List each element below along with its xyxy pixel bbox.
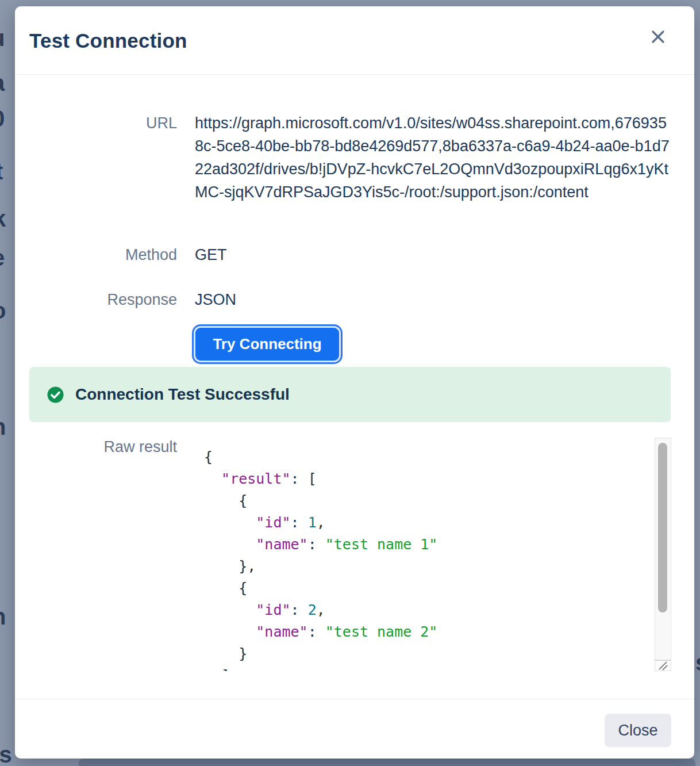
- json-code: { "result": [ { "id": 1, "name": "test n…: [195, 446, 653, 671]
- backdrop-text-fragment: u: [0, 26, 5, 49]
- modal-footer: Close: [15, 699, 694, 759]
- resize-handle-icon[interactable]: [655, 660, 671, 671]
- url-value: https://graph.microsoft.com/v1.0/sites/w…: [195, 112, 674, 204]
- modal-title: Test Connection: [29, 29, 187, 52]
- method-value: GET: [195, 243, 674, 266]
- backdrop-text-fragment: t: [0, 160, 3, 183]
- backdrop-text-fragment: o: [0, 299, 6, 322]
- backdrop-text-fragment: s: [695, 651, 700, 674]
- response-label: Response: [15, 288, 177, 311]
- close-footer-button[interactable]: Close: [605, 714, 671, 747]
- backdrop-text-fragment: k: [0, 207, 6, 230]
- try-connecting-button[interactable]: Try Connecting: [195, 328, 339, 361]
- check-circle-icon: [47, 386, 64, 403]
- raw-result-label: Raw result: [15, 439, 177, 455]
- x-icon: [650, 29, 666, 47]
- method-label: Method: [15, 243, 177, 266]
- url-label: URL: [15, 112, 177, 135]
- raw-result-code[interactable]: { "result": [ { "id": 1, "name": "test n…: [195, 438, 671, 671]
- backdrop-text-fragment: e: [0, 246, 5, 269]
- modal-header: Test Connection: [15, 6, 694, 75]
- success-banner: Connection Test Successful: [29, 367, 671, 422]
- backdrop-panel-edge: [79, 759, 695, 766]
- backdrop-text-fragment: 0: [0, 107, 5, 130]
- backdrop-text-fragment: a: [0, 71, 5, 94]
- backdrop-text-fragment: n: [0, 605, 6, 628]
- backdrop-text-fragment: n: [0, 415, 6, 438]
- scrollbar-thumb[interactable]: [658, 443, 667, 612]
- response-value: JSON: [195, 288, 674, 311]
- test-connection-modal: Test Connection URL https://graph.micros…: [15, 6, 694, 759]
- scrollbar-track[interactable]: [655, 438, 671, 660]
- backdrop-text-fragment: ns: [0, 743, 12, 766]
- close-button[interactable]: [648, 27, 668, 48]
- success-banner-text: Connection Test Successful: [75, 385, 290, 404]
